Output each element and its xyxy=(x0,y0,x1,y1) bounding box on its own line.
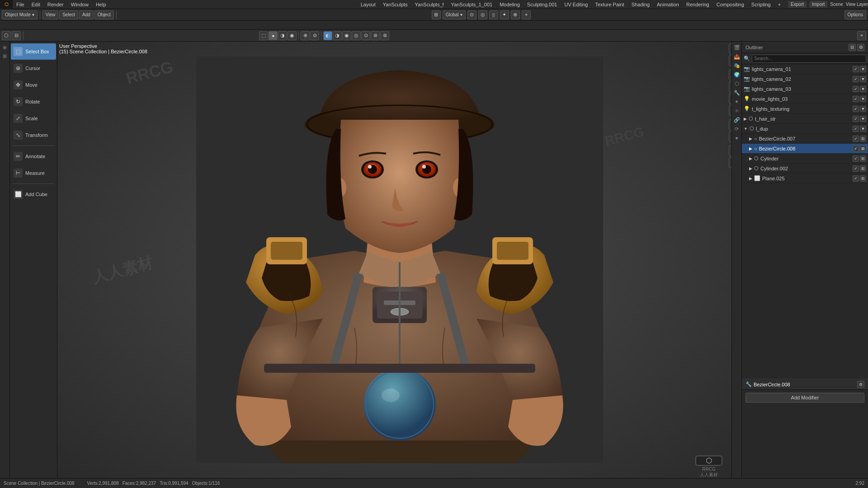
viewport-shading-7[interactable]: ⊛ xyxy=(380,31,389,40)
snap-magnet-icon[interactable]: ◎ xyxy=(478,10,487,19)
material-preview-btn[interactable]: ◑ xyxy=(278,31,287,40)
select-toggle-0[interactable]: ▼ xyxy=(860,66,866,72)
viewport-shading-2[interactable]: ◑ xyxy=(333,31,342,40)
mirror-icon[interactable]: ⧛ xyxy=(489,10,498,19)
add-modifier-button[interactable]: Add Modifier xyxy=(745,393,864,403)
transform-pivot-icon[interactable]: ✦ xyxy=(500,10,509,19)
tool-measure[interactable]: ⊢ Measure xyxy=(11,165,56,181)
view-3d-icon[interactable]: ⬡ xyxy=(2,31,11,40)
prop-tab-particles[interactable]: ✦ xyxy=(733,98,741,106)
tool-transform[interactable]: ⤡ Transform xyxy=(11,127,56,143)
select-toggle-8[interactable]: ⊞ xyxy=(860,145,866,152)
select-toggle-1[interactable]: ▼ xyxy=(860,76,866,82)
select-toggle-4[interactable]: ▼ xyxy=(860,106,866,112)
tool-add-cube[interactable]: ⬜ Add Cube xyxy=(11,186,56,202)
menu-layout[interactable]: Layout xyxy=(357,0,379,9)
import-btn[interactable]: Import xyxy=(809,1,827,8)
export-btn[interactable]: Export xyxy=(788,1,807,8)
tool-scale[interactable]: ⤢ Scale xyxy=(11,110,56,127)
prop-tab-material[interactable]: ● xyxy=(733,134,741,142)
outliner-item-cylinder-002[interactable]: ▶ ⬡ Cylinder.002 ✓ ⊞ xyxy=(742,164,868,174)
overlay-btn[interactable]: ⊕ xyxy=(301,31,310,40)
outliner-item-t-lights-texturing[interactable]: 💡 t_lights_texturing ✓ ▼ xyxy=(742,104,868,114)
visibility-toggle-3[interactable]: ✓ xyxy=(853,96,859,102)
menu-compositing[interactable]: Compositing xyxy=(713,0,748,9)
select-toggle-3[interactable]: ▼ xyxy=(860,96,866,102)
menu-plus[interactable]: + xyxy=(774,0,784,9)
outliner-item-t-hair-str[interactable]: ▶ ⬡ t_hair_str ✓ ▼ xyxy=(742,114,868,124)
outliner-filter-btn[interactable]: ⊟ xyxy=(849,44,856,51)
prop-tab-scene[interactable]: 🎭 xyxy=(733,61,741,70)
menu-help[interactable]: Help xyxy=(92,0,110,9)
view-layer-icon[interactable]: ⊟ xyxy=(12,31,21,40)
select-toggle-10[interactable]: ⊞ xyxy=(860,165,866,172)
viewport-lock-icon[interactable]: ⌖ xyxy=(522,10,531,19)
visibility-toggle-0[interactable]: ✓ xyxy=(853,66,859,72)
outliner-item-bezier-007[interactable]: ▶ ○ BezierCircle.007 ✓ ⊞ xyxy=(742,134,868,144)
tool-cursor[interactable]: ⊕ Cursor xyxy=(11,60,56,76)
menu-yansculpts[interactable]: YanSculpts xyxy=(379,0,411,9)
prop-tab-world[interactable]: 🌍 xyxy=(733,70,741,79)
wireframe-mode-btn[interactable]: ⬚ xyxy=(259,31,268,40)
outliner-item-lights-cam-02[interactable]: 📷 lights_camera_02 ✓ ▼ xyxy=(742,74,868,84)
outliner-item-movie-lights[interactable]: 💡 movie_lights_03 ✓ ▼ xyxy=(742,94,868,104)
object-menu[interactable]: Object xyxy=(94,10,114,19)
menu-render[interactable]: Render xyxy=(44,0,67,9)
left-strip-icon-2[interactable]: ⊞ xyxy=(1,52,9,60)
select-toggle-9[interactable]: ⊞ xyxy=(860,155,866,162)
menu-yansculpts-001[interactable]: YanSculpts_1_001 xyxy=(448,0,496,9)
add-menu[interactable]: Add xyxy=(79,10,94,19)
select-toggle-5[interactable]: ▼ xyxy=(860,116,866,122)
outliner-item-plane-025[interactable]: ▶ ⬜ Plane.025 ✓ ⊞ xyxy=(742,174,868,183)
menu-shading[interactable]: Shading xyxy=(628,0,653,9)
viewport-shading-1[interactable]: ◐ xyxy=(323,31,332,40)
left-strip-icon-1[interactable]: ⊕ xyxy=(1,43,9,52)
viewport-shading-5[interactable]: ⊙ xyxy=(361,31,370,40)
select-toggle-11[interactable]: ⊞ xyxy=(860,175,866,182)
outliner-item-cylinder[interactable]: ▶ ⬡ Cylinder ✓ ⊞ xyxy=(742,154,868,164)
menu-sculpting[interactable]: Sculpting.001 xyxy=(524,0,561,9)
outliner-item-bezier-008[interactable]: ▶ ○ BezierCircle.008 ✓ ⊞ xyxy=(742,144,868,154)
menu-animation[interactable]: Animation xyxy=(653,0,683,9)
options-btn[interactable]: Options xyxy=(844,10,866,19)
menu-modeling[interactable]: Modeling xyxy=(496,0,524,9)
visibility-toggle-4[interactable]: ✓ xyxy=(853,106,859,112)
visibility-toggle-9[interactable]: ✓ xyxy=(853,155,859,162)
properties-settings-btn[interactable]: ⚙ xyxy=(857,381,864,388)
visibility-toggle-1[interactable]: ✓ xyxy=(853,76,859,82)
viewport-shading-6[interactable]: ⊚ xyxy=(371,31,380,40)
object-mode-dropdown[interactable]: Object Mode ▾ xyxy=(2,10,38,19)
proportional-icon[interactable]: ⊙ xyxy=(467,10,476,19)
outliner-item-lights-cam-01[interactable]: 📷 lights_camera_01 ✓ ▼ xyxy=(742,64,868,74)
prop-tab-output[interactable]: 📤 xyxy=(733,52,741,61)
visibility-toggle-11[interactable]: ✓ xyxy=(853,175,859,182)
menu-file[interactable]: File xyxy=(13,0,28,9)
viewport-shading-3[interactable]: ◉ xyxy=(342,31,351,40)
rendered-mode-btn[interactable]: ◉ xyxy=(288,31,297,40)
prop-tab-object[interactable]: ⬡ xyxy=(733,80,741,88)
global-dropdown[interactable]: Global ▾ xyxy=(443,10,466,19)
menu-texture[interactable]: Texture Paint xyxy=(591,0,627,9)
outliner-item-lights-cam-03[interactable]: 📷 lights_camera_03 ✓ ▼ xyxy=(742,84,868,94)
xray-btn[interactable]: ⊘ xyxy=(310,31,319,40)
visibility-toggle-2[interactable]: ✓ xyxy=(853,86,859,92)
tool-select-box[interactable]: ⬚ Select Box xyxy=(11,43,56,60)
viewport-3d[interactable]: RRCG 人人素材 RRCG 人人素材 RRCG 人人素材 RRCG xyxy=(57,42,741,478)
select-toggle-2[interactable]: ▼ xyxy=(860,86,866,92)
prop-tab-render[interactable]: 🎬 xyxy=(733,43,741,52)
view-menu[interactable]: View xyxy=(42,10,59,19)
visibility-toggle-7[interactable]: ✓ xyxy=(853,136,859,142)
menu-rendering[interactable]: Rendering xyxy=(683,0,713,9)
visibility-toggle-10[interactable]: ✓ xyxy=(853,165,859,172)
menu-scripting[interactable]: Scripting xyxy=(748,0,774,9)
outliner-settings-btn[interactable]: ⚙ xyxy=(857,44,864,51)
viewport-shading-4[interactable]: ◎ xyxy=(352,31,361,40)
outliner-search-input[interactable] xyxy=(752,55,866,63)
outliner-item-l-dup[interactable]: ▼ ⬡ l_dup ✓ ▼ xyxy=(742,124,868,134)
menu-yansculpts-f[interactable]: YanSculpts_f xyxy=(411,0,448,9)
visibility-toggle-5[interactable]: ✓ xyxy=(853,116,859,122)
prop-tab-data[interactable]: ⟳ xyxy=(733,125,741,133)
solid-mode-btn[interactable]: ● xyxy=(269,31,278,40)
prop-tab-constraints[interactable]: 🔗 xyxy=(733,116,741,124)
tool-annotate[interactable]: ✏ Annotate xyxy=(11,148,56,164)
